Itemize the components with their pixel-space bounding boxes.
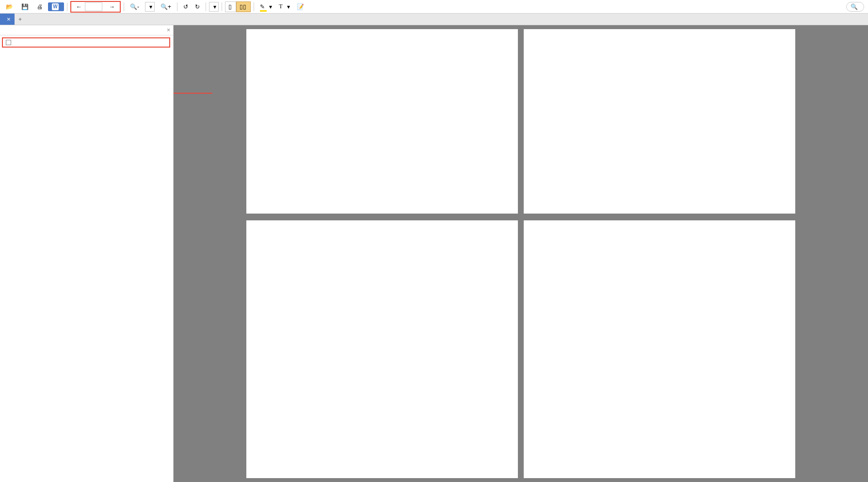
single-page-button[interactable]: ▯ <box>225 1 236 12</box>
view-mode-toggle: ▯ ▯▯ <box>225 1 251 12</box>
separator <box>124 2 124 11</box>
annotation-arrow <box>174 88 217 100</box>
annotation-arrow <box>174 25 227 36</box>
chevron-down-icon: ▾ <box>287 3 290 10</box>
main: × <box>0 25 868 482</box>
chevron-down-icon: ▾ <box>213 3 216 10</box>
print-icon: 🖨 <box>37 3 43 10</box>
rotate-ccw-icon: ↺ <box>183 3 188 10</box>
highlight-color-button[interactable]: ✎ ▾ <box>257 1 275 12</box>
rotate-cw-icon: ↻ <box>195 3 200 10</box>
double-page-button[interactable]: ▯▯ <box>236 1 251 12</box>
saveas-button[interactable]: 💾 <box>18 1 33 12</box>
tab-bar: × + <box>0 14 868 25</box>
search-icon: 🔍 <box>851 3 858 10</box>
pdf-page <box>524 29 795 214</box>
chevron-down-icon: ▾ <box>269 3 272 10</box>
separator <box>67 2 67 11</box>
page-number-input[interactable] <box>85 2 102 11</box>
svg-line-0 <box>174 25 222 30</box>
rotate-cw-button[interactable]: ↻ <box>192 1 203 12</box>
separator <box>206 2 206 11</box>
table-of-contents <box>0 35 173 50</box>
note-button[interactable]: 📝 <box>294 1 308 12</box>
single-page-icon: ▯ <box>228 3 232 10</box>
separator <box>177 2 177 11</box>
highlighted-toc-section <box>2 37 170 48</box>
save-icon: 💾 <box>21 3 29 10</box>
separator <box>254 2 254 11</box>
text-icon: T <box>279 3 282 10</box>
pdf-page <box>246 220 518 478</box>
word-icon: W <box>52 3 59 10</box>
text-tool-button[interactable]: T ▾ <box>276 1 293 12</box>
zoom-select[interactable]: ▾ <box>145 2 155 12</box>
rotate-ccw-button[interactable]: ↺ <box>180 1 191 12</box>
sidebar-header: × <box>0 25 173 35</box>
background-select[interactable]: ▾ <box>209 2 219 12</box>
arrow-right-icon: → <box>109 3 115 10</box>
document-viewport[interactable] <box>174 25 868 482</box>
double-page-icon: ▯▯ <box>240 3 246 10</box>
tab-close-button[interactable]: × <box>7 16 11 23</box>
print-button[interactable]: 🖨 <box>34 1 47 12</box>
next-page-button[interactable]: → <box>106 1 118 12</box>
zoom-out-button[interactable]: 🔍- <box>127 1 142 12</box>
separator <box>222 2 222 11</box>
toc-item-selected[interactable] <box>4 39 168 46</box>
document-tab[interactable]: × <box>0 14 15 25</box>
search-input[interactable]: 🔍 <box>846 2 864 12</box>
pdf-to-word-button[interactable]: W <box>48 2 64 11</box>
chevron-down-icon: ▾ <box>149 3 152 10</box>
pdf-page <box>524 220 795 478</box>
highlight-icon: ✎ <box>260 3 265 10</box>
zoom-controls: 🔍- ▾ 🔍+ <box>127 1 174 12</box>
collapse-icon[interactable] <box>6 40 11 45</box>
pdf-page <box>246 29 518 214</box>
sidebar: × <box>0 25 174 482</box>
toolbar: 📂 💾 🖨 W ← → 🔍- ▾ 🔍+ ↺ ↻ ▾ ▯ ▯▯ ✎ ▾ T ▾ 📝… <box>0 0 868 14</box>
open-button[interactable]: 📂 <box>3 1 17 12</box>
note-icon: 📝 <box>297 3 304 10</box>
zoom-in-button[interactable]: 🔍+ <box>158 1 174 12</box>
arrow-left-icon: ← <box>76 3 82 10</box>
page-navigation: ← → <box>70 1 121 13</box>
zoom-in-icon: 🔍+ <box>161 3 171 10</box>
zoom-out-icon: 🔍- <box>130 3 139 10</box>
sidebar-close-button[interactable]: × <box>167 27 170 33</box>
prev-page-button[interactable]: ← <box>73 1 85 12</box>
folder-icon: 📂 <box>6 3 13 10</box>
tab-add-button[interactable]: + <box>15 14 26 25</box>
